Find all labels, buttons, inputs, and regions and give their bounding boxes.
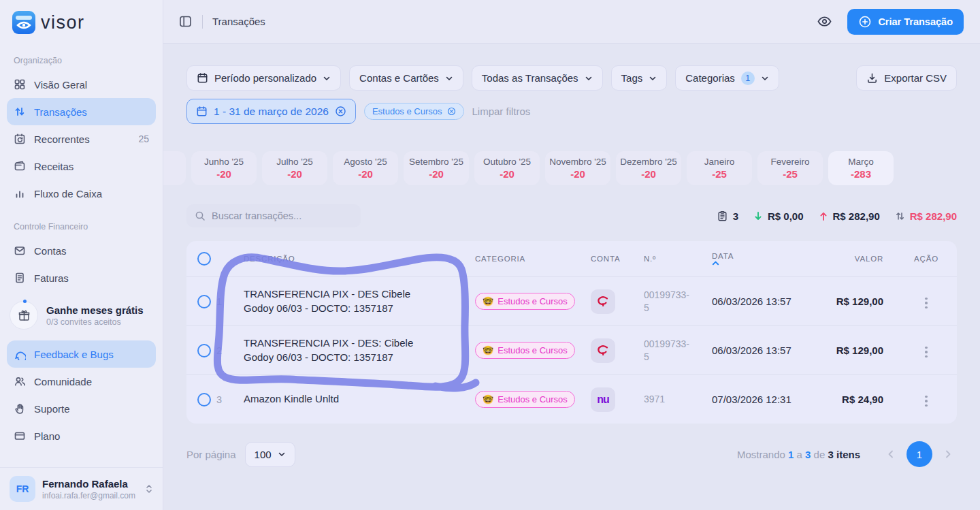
showing-text: Mostrando 1 a 3 de 3 itens	[737, 449, 860, 460]
sidebar: visor Organização Visão Geral Transações…	[0, 0, 163, 510]
app-root: visor Organização Visão Geral Transações…	[0, 0, 980, 510]
categories-count-badge: 1	[741, 71, 755, 85]
col-descricao: DESCRIÇÃO	[244, 255, 475, 263]
month-card-setembro[interactable]: Setembro '25-20	[404, 151, 469, 185]
sidebar-item-fluxo-de-caixa[interactable]: Fluxo de Caixa	[7, 180, 156, 207]
month-card-janeiro[interactable]: Janeiro-25	[687, 151, 752, 185]
plus-circle-icon	[858, 15, 872, 29]
transaction-date: 06/03/2026 13:57	[712, 345, 814, 356]
bank-icon-santander	[591, 289, 615, 314]
row-actions-menu[interactable]	[921, 392, 932, 411]
sidebar-item-receitas[interactable]: Receitas	[7, 153, 156, 180]
create-transaction-label: Criar Transação	[878, 16, 953, 27]
select-all-checkbox[interactable]	[197, 252, 211, 266]
category-pill[interactable]: 🤓Estudos e Cursos	[475, 293, 575, 310]
category-filter-chip[interactable]: Estudos e Cursos	[364, 103, 464, 120]
bank-icon-santander	[591, 338, 615, 363]
grid-icon	[14, 78, 26, 91]
chevron-down-icon	[278, 450, 286, 458]
main-area: Transações Criar Transação Período perso…	[163, 0, 980, 510]
user-menu[interactable]: FR Fernando Rafaela infoai.rafa.fer@gmai…	[0, 467, 163, 510]
col-data[interactable]: DATA	[712, 252, 814, 266]
user-name: Fernando Rafaela	[42, 478, 135, 490]
date-filter-chip[interactable]: 1 - 31 de março de 2026	[186, 99, 356, 124]
row-actions-menu[interactable]	[921, 342, 932, 362]
row-actions-menu[interactable]	[921, 293, 932, 313]
referral-promo[interactable]: Ganhe meses grátis 0/3 convites aceitos	[10, 301, 153, 330]
sidebar-item-visao-geral[interactable]: Visão Geral	[7, 71, 156, 98]
row-checkbox[interactable]	[197, 393, 211, 407]
remove-category-filter-icon[interactable]	[447, 107, 456, 116]
month-card-junho[interactable]: Junho '25-20	[191, 151, 257, 185]
filter-accounts-dropdown[interactable]: Contas e Cartões	[349, 65, 463, 91]
table-row[interactable]: 3 Amazon Kindle Unltd 🤓Estudos e Cursos …	[186, 374, 957, 424]
stat-inflow-value: R$ 0,00	[768, 210, 804, 222]
sidebar-item-faturas[interactable]: Faturas	[7, 264, 156, 291]
table-row[interactable]: 2 TRANSFERENCIA PIX - DES: Cibele Godoy …	[186, 325, 957, 374]
sidebar-nav-primary: Visão Geral Transações Recorrentes 25 Re…	[0, 71, 163, 207]
sidebar-toggle-icon[interactable]	[178, 14, 193, 29]
sidebar-item-contas[interactable]: Contas	[7, 237, 156, 264]
col-categoria: CATEGORIA	[475, 255, 591, 263]
month-card-partial[interactable]: 25	[163, 151, 186, 185]
promo-texts: Ganhe meses grátis 0/3 convites aceitos	[46, 304, 144, 327]
sidebar-item-transacoes[interactable]: Transações	[7, 98, 156, 125]
row-checkbox[interactable]	[197, 344, 211, 357]
month-card-marco[interactable]: Março-283	[828, 151, 894, 185]
brand-wordmark: visor	[41, 12, 85, 33]
month-card-agosto[interactable]: Agosto '25-20	[333, 151, 398, 185]
sidebar-item-recorrentes[interactable]: Recorrentes 25	[7, 125, 156, 153]
content: Período personalizado Contas e Cartões T…	[163, 44, 980, 510]
receipt-icon	[14, 272, 26, 284]
search-input[interactable]	[212, 210, 353, 221]
remove-date-filter-icon[interactable]	[335, 106, 346, 117]
page-number-button[interactable]: 1	[906, 441, 932, 467]
transaction-date: 06/03/2026 13:57	[712, 296, 814, 307]
month-card-julho[interactable]: Julho '25-20	[262, 151, 327, 185]
brand-logo[interactable]: visor	[0, 0, 163, 41]
category-pill[interactable]: 🤓Estudos e Cursos	[475, 342, 575, 359]
sidebar-nav-finance: Contas Faturas	[0, 237, 163, 291]
month-card-fevereiro[interactable]: Fevereiro-25	[757, 151, 823, 185]
next-page-icon[interactable]	[939, 445, 957, 463]
topbar-right: Criar Transação	[817, 9, 964, 35]
sidebar-item-label: Fluxo de Caixa	[34, 188, 102, 200]
row-checkbox[interactable]	[197, 295, 211, 308]
filter-accounts-label: Contas e Cartões	[359, 72, 439, 84]
transactions-table: DESCRIÇÃO CATEGORIA CONTA N.º DATA VALOR…	[186, 241, 957, 424]
calendar-icon	[197, 72, 208, 84]
envelope-icon	[14, 244, 26, 257]
section-label-organizacao: Organização	[0, 56, 163, 65]
create-transaction-button[interactable]: Criar Transação	[847, 9, 964, 35]
filter-tags-dropdown[interactable]: Tags	[611, 65, 668, 91]
promo-title: Ganhe meses grátis	[46, 304, 144, 316]
sidebar-item-feedback[interactable]: Feedback e Bugs	[7, 340, 156, 368]
sidebar-item-plano[interactable]: Plano	[7, 422, 156, 449]
user-email: infoai.rafa.fer@gmail.com	[42, 491, 135, 500]
month-card-novembro[interactable]: Novembro '25-20	[545, 151, 610, 185]
filter-period-dropdown[interactable]: Período personalizado	[186, 65, 341, 91]
per-page-select[interactable]: 100	[245, 442, 295, 467]
row-number: 3	[216, 394, 244, 405]
sidebar-item-suporte[interactable]: Suporte	[7, 395, 156, 422]
sidebar-item-comunidade[interactable]: Comunidade	[7, 368, 156, 395]
pagination-footer: Por página 100 Mostrando 1 a 3 de 3 iten…	[186, 441, 957, 467]
filter-transactions-dropdown[interactable]: Todas as Transações	[472, 65, 603, 91]
users-icon	[14, 375, 26, 387]
month-card-dezembro[interactable]: Dezembro '25-20	[616, 151, 681, 185]
row-number: 2	[216, 345, 244, 356]
chevron-down-icon	[585, 74, 593, 82]
filter-categories-dropdown[interactable]: Categorias 1	[675, 65, 779, 91]
table-row[interactable]: 1 TRANSFERENCIA PIX - DES Cibele Godoy 0…	[186, 276, 957, 325]
month-card-outubro[interactable]: Outubro '25-20	[474, 151, 540, 185]
clear-filters-link[interactable]: Limpar filtros	[472, 106, 531, 117]
transaction-description: TRANSFERENCIA PIX - DES: Cibele Godoy 06…	[244, 327, 468, 374]
category-pill[interactable]: 🤓Estudos e Cursos	[475, 391, 575, 408]
sidebar-item-label: Plano	[34, 430, 60, 442]
active-filters: 1 - 31 de março de 2026 Estudos e Cursos…	[186, 99, 957, 124]
hand-icon	[14, 402, 26, 415]
export-csv-button[interactable]: Exportar CSV	[856, 65, 957, 91]
eye-icon[interactable]	[817, 14, 832, 29]
prev-page-icon[interactable]	[882, 445, 900, 463]
bar-chart-icon	[14, 187, 26, 200]
